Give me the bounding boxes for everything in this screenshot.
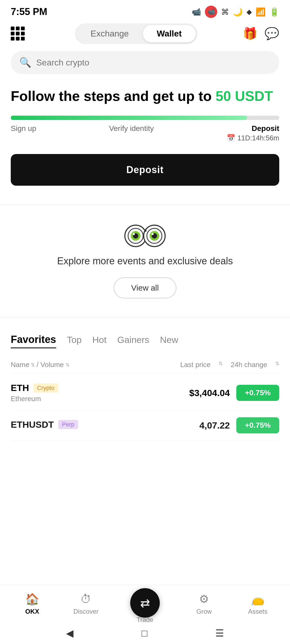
svg-point-9 — [151, 233, 154, 235]
name-sort-icon[interactable]: ⇅ — [31, 362, 35, 368]
home-button[interactable]: □ — [142, 628, 147, 639]
table-header: Name ⇅ / Volume ⇅ Last price ⇅ 24h chang… — [11, 356, 279, 374]
change-sort-icon[interactable]: ⇅ — [275, 361, 279, 369]
svg-rect-10 — [145, 229, 146, 232]
label-deposit-group: Deposit 📅 11D:14h:56m — [227, 124, 279, 142]
grid-menu-button[interactable] — [11, 27, 30, 41]
status-time: 7:55 PM — [11, 6, 47, 17]
menu-button[interactable]: ☰ — [215, 628, 224, 639]
header-actions: 🎁 💬 — [243, 27, 279, 41]
home-icon: 🏠 — [25, 592, 39, 606]
label-verify: Verify identity — [109, 124, 154, 133]
calendar-icon: 📅 — [227, 134, 235, 142]
record-icon: 📹 — [205, 6, 217, 18]
tab-favorites[interactable]: Favorites — [11, 334, 56, 348]
nav-label-grow: Grow — [196, 608, 212, 615]
progress-bar-fill — [11, 116, 247, 120]
crypto-badge: Crypto — [33, 383, 58, 393]
header: Exchange Wallet 🎁 💬 — [0, 21, 290, 48]
progress-container: Sign up Verify identity Deposit 📅 11D:14… — [11, 116, 279, 142]
discover-icon: ⏱ — [80, 593, 92, 606]
assets-icon: 👝 — [251, 592, 265, 606]
table-row[interactable]: ETHUSDT Perp 4,07.22 +0.75% — [11, 410, 279, 441]
svg-point-4 — [133, 233, 135, 235]
crypto-fullname: Ethereum — [11, 395, 58, 403]
crypto-price: 4,07.22 — [200, 420, 230, 431]
nav-item-grow[interactable]: ⚙ Grow — [177, 592, 231, 615]
events-section: Explore more events and exclusive deals … — [0, 216, 290, 306]
trade-swap-icon: ⇄ — [140, 596, 150, 610]
nav-label-discover: Discover — [73, 608, 98, 615]
battery-icon: 🔋 — [269, 7, 279, 17]
deposit-button[interactable]: Deposit — [11, 154, 279, 186]
progress-bar-bg — [11, 116, 279, 120]
grid-icon — [11, 27, 30, 41]
moon-icon: 🌙 — [233, 7, 243, 17]
progress-labels: Sign up Verify identity Deposit 📅 11D:14… — [11, 124, 279, 142]
wifi-icon: 📶 — [256, 7, 266, 17]
nav-item-assets[interactable]: 👝 Assets — [231, 592, 285, 615]
label-deposit: Deposit — [227, 124, 279, 133]
price-sort-icon[interactable]: ⇅ — [219, 361, 223, 369]
view-all-button[interactable]: View all — [114, 277, 177, 298]
market-section: Favorites Top Hot Gainers New Name ⇅ / V… — [0, 328, 290, 441]
gift-icon[interactable]: 🎁 — [243, 27, 258, 41]
video-icon: 📹 — [192, 8, 201, 16]
promo-title-text: Follow the steps and get up to — [11, 88, 216, 104]
exchange-tab[interactable]: Exchange — [77, 25, 143, 42]
crypto-price-group: $3,404.04 +0.75% — [189, 385, 279, 401]
section-divider-1 — [0, 204, 290, 205]
promo-highlight: 50 USDT — [216, 88, 273, 104]
nav-label-okx: OKX — [25, 608, 39, 615]
search-icon: 🔍 — [19, 57, 31, 68]
signal-icon: ◆ — [247, 8, 252, 16]
back-button[interactable]: ◀ — [66, 628, 74, 639]
status-bar: 7:55 PM 📹 📹 ⌘ 🌙 ◆ 📶 🔋 — [0, 0, 290, 21]
section-divider-2 — [0, 317, 290, 318]
timer-row: 📅 11D:14h:56m — [227, 134, 279, 142]
table-row[interactable]: ETH Crypto Ethereum $3,404.04 +0.75% — [11, 376, 279, 410]
tab-top[interactable]: Top — [67, 335, 82, 347]
message-icon[interactable]: 💬 — [264, 27, 279, 41]
system-bar: ◀ □ ☰ — [0, 623, 290, 644]
nav-item-discover[interactable]: ⏱ Discover — [59, 593, 113, 615]
market-tabs: Favorites Top Hot Gainers New — [11, 334, 279, 348]
header-tabs: Exchange Wallet — [75, 23, 197, 44]
tab-new[interactable]: New — [160, 335, 178, 347]
nav-item-okx[interactable]: 🏠 OKX — [5, 592, 59, 615]
timer-label: 11D:14h:56m — [237, 134, 279, 142]
crypto-info: ETH Crypto Ethereum — [11, 383, 58, 403]
crypto-badge: Perp — [58, 420, 78, 429]
promo-section: Follow the steps and get up to 50 USDT S… — [0, 82, 290, 194]
crypto-change: +0.75% — [236, 417, 279, 433]
wallet-tab[interactable]: Wallet — [143, 25, 196, 42]
crypto-price: $3,404.04 — [189, 388, 230, 398]
search-bar[interactable]: 🔍 — [11, 51, 279, 74]
crypto-symbol: ETH — [11, 383, 29, 393]
status-icons: 📹 📹 ⌘ 🌙 ◆ 📶 🔋 — [192, 6, 279, 18]
crypto-name-row: ETH Crypto — [11, 383, 58, 393]
tab-hot[interactable]: Hot — [92, 335, 107, 347]
search-input[interactable] — [36, 58, 271, 68]
col-name: Name ⇅ / Volume ⇅ — [11, 361, 70, 369]
col-right: Last price ⇅ 24h change ⇅ — [180, 361, 279, 369]
events-title: Explore more events and exclusive deals — [57, 255, 233, 267]
bluetooth-icon: ⌘ — [221, 7, 229, 17]
label-signup: Sign up — [11, 124, 36, 133]
crypto-info: ETHUSDT Perp — [11, 419, 78, 431]
volume-sort-icon[interactable]: ⇅ — [66, 362, 70, 368]
tab-gainers[interactable]: Gainers — [117, 335, 149, 347]
crypto-price-group: 4,07.22 +0.75% — [200, 417, 279, 433]
crypto-change: +0.75% — [236, 385, 279, 401]
grow-icon: ⚙ — [199, 592, 209, 606]
trade-fab-button[interactable]: ⇄ — [130, 588, 160, 618]
eyes-illustration — [121, 221, 169, 248]
crypto-symbol: ETHUSDT — [11, 419, 54, 430]
promo-title: Follow the steps and get up to 50 USDT — [11, 87, 279, 105]
nav-label-assets: Assets — [248, 608, 267, 615]
crypto-name-row: ETHUSDT Perp — [11, 419, 78, 430]
